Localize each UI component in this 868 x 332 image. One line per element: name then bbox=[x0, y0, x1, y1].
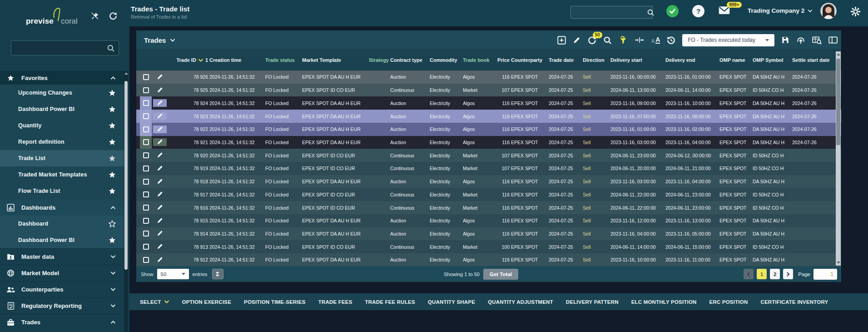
table-row[interactable]: 78 9242024-11-26, 14:51:32FO LockedEPEX … bbox=[136, 96, 841, 110]
sum-button[interactable]: Σ bbox=[212, 269, 223, 279]
star-icon[interactable] bbox=[109, 171, 116, 178]
font-size-icon[interactable]: A A bbox=[651, 36, 660, 44]
tab-select[interactable]: SELECT bbox=[140, 299, 169, 305]
cloud-upload-icon[interactable] bbox=[796, 36, 805, 44]
table-row[interactable]: 78 9162024-11-26, 14:51:32FO LockedEPEX … bbox=[136, 201, 841, 214]
sidebar-search[interactable] bbox=[11, 40, 119, 55]
settings-gear-icon[interactable] bbox=[850, 6, 861, 17]
star-icon[interactable] bbox=[109, 236, 116, 244]
column-header-strategy[interactable]: Strategy bbox=[365, 57, 389, 63]
edit-pencil-icon[interactable] bbox=[157, 151, 164, 159]
scrollbar-thumb[interactable] bbox=[124, 81, 128, 270]
table-row[interactable]: 78 9232024-11-26, 14:51:32FO LockedEPEX … bbox=[136, 110, 841, 123]
tab-elc-monthly-position[interactable]: ELC MONTHLY POSITION bbox=[631, 299, 697, 305]
column-header-de[interactable]: Delivery end bbox=[665, 57, 718, 63]
next-page-button[interactable] bbox=[783, 269, 793, 279]
search-icon[interactable] bbox=[603, 36, 612, 45]
collapse-columns-icon[interactable] bbox=[635, 36, 645, 44]
tab-trade-fees[interactable]: TRADE FEES bbox=[318, 299, 352, 305]
star-icon[interactable] bbox=[109, 155, 116, 162]
column-header-dir[interactable]: Direction bbox=[583, 57, 609, 63]
page-button-1[interactable]: 1 bbox=[757, 269, 767, 279]
edit-pencil-icon[interactable] bbox=[157, 99, 164, 107]
sidebar-search-input[interactable] bbox=[11, 45, 107, 51]
sidebar-item-upcoming-changes[interactable]: Upcoming Changes bbox=[0, 85, 124, 101]
row-checkbox[interactable] bbox=[143, 205, 149, 211]
table-row[interactable]: 78 9182024-11-26, 14:51:32FO LockedEPEX … bbox=[136, 175, 841, 188]
search-icon[interactable] bbox=[107, 44, 115, 52]
edit-pencil-icon[interactable] bbox=[157, 204, 164, 211]
sidebar-section-favorites[interactable]: Favorites bbox=[0, 71, 124, 85]
table-row[interactable]: 78 9142024-11-26, 14:51:32FO LockedEPEX … bbox=[136, 227, 841, 241]
row-checkbox[interactable] bbox=[143, 152, 149, 158]
sidebar-item-flow-trade-list[interactable]: Flow Trade List bbox=[0, 183, 124, 199]
scrollbar-thumb[interactable] bbox=[836, 59, 840, 145]
edit-pencil-icon[interactable] bbox=[157, 126, 164, 133]
star-outline-icon[interactable] bbox=[109, 220, 116, 227]
chevron-down-icon[interactable] bbox=[110, 287, 116, 292]
sidebar-item-report-definition[interactable]: Report definition bbox=[0, 134, 124, 150]
sidebar-group-regulatory-reporting[interactable]: Regulatory Reporting bbox=[0, 297, 124, 314]
add-row-icon[interactable] bbox=[557, 36, 566, 45]
edit-pencil-icon[interactable] bbox=[157, 138, 164, 146]
sidebar-group-counterparties[interactable]: Counterparties bbox=[0, 281, 124, 297]
view-filter-dropdown[interactable]: FO - Trades executed today bbox=[682, 34, 774, 46]
table-row[interactable]: 78 9172024-11-26, 14:51:32FO LockedEPEX … bbox=[136, 188, 841, 201]
chevron-up-icon[interactable] bbox=[110, 206, 116, 210]
column-header-ds[interactable]: Delivery start bbox=[610, 57, 664, 63]
global-search-input[interactable] bbox=[571, 9, 647, 15]
row-checkbox[interactable] bbox=[143, 87, 149, 93]
column-header-id[interactable]: Trade ID 1 bbox=[168, 57, 208, 63]
table-row[interactable]: 78 9222024-11-26, 14:51:32FO LockedEPEX … bbox=[136, 123, 841, 136]
column-header-status[interactable]: Trade status bbox=[265, 57, 301, 63]
chevron-down-icon[interactable] bbox=[110, 255, 116, 259]
company-switcher[interactable]: Trading Company 2 bbox=[748, 7, 813, 14]
table-row[interactable]: 78 9252024-11-26, 14:51:32FO LockedEPEX … bbox=[136, 84, 841, 97]
edit-pencil-icon[interactable] bbox=[157, 178, 164, 186]
mail-icon[interactable] bbox=[719, 8, 730, 16]
tab-trade-fee-rules[interactable]: TRADE FEE RULES bbox=[365, 299, 415, 305]
column-header-ct[interactable]: Contract type bbox=[390, 57, 428, 63]
chevron-down-icon[interactable] bbox=[110, 271, 116, 275]
tab-erc-position[interactable]: ERC POSITION bbox=[709, 299, 748, 305]
filter-refresh-icon[interactable] bbox=[619, 36, 628, 45]
column-header-cpty[interactable]: Counterparty bbox=[511, 57, 547, 63]
row-checkbox[interactable] bbox=[143, 218, 149, 224]
edit-pencil-icon[interactable] bbox=[157, 112, 164, 120]
star-icon[interactable] bbox=[109, 138, 116, 146]
notifications[interactable]: 999+ bbox=[719, 6, 730, 16]
sidebar-group-master-data[interactable]: Master data bbox=[0, 248, 124, 265]
unpin-icon[interactable] bbox=[91, 12, 99, 22]
tab-certificate-inventory[interactable]: CERTIFICATE INVENTORY bbox=[760, 299, 828, 305]
sidebar-section-dashboards[interactable]: Dashboards bbox=[0, 199, 124, 216]
table-search-icon[interactable] bbox=[812, 36, 822, 44]
column-header-tpl[interactable]: Market Template bbox=[302, 57, 364, 63]
tab-option-exercise[interactable]: OPTION EXERCISE bbox=[182, 299, 231, 305]
page-number-input[interactable] bbox=[813, 269, 837, 280]
scroll-up-arrow[interactable] bbox=[837, 53, 840, 55]
table-row[interactable]: 78 9122024-11-26, 14:51:32FO LockedEPEX … bbox=[136, 253, 841, 266]
edit-pencil-icon[interactable] bbox=[157, 191, 164, 198]
table-row[interactable]: 78 9152024-11-26, 14:51:32FO LockedEPEX … bbox=[136, 214, 841, 227]
help-icon[interactable]: ? bbox=[692, 5, 704, 17]
table-scrollbar[interactable] bbox=[836, 51, 841, 266]
refresh-icon[interactable]: 50 bbox=[588, 36, 596, 45]
sidebar-group-market-model[interactable]: Market Model bbox=[0, 265, 124, 281]
row-checkbox[interactable] bbox=[143, 139, 149, 145]
column-header-omp[interactable]: OMP name bbox=[719, 57, 751, 63]
row-checkbox[interactable] bbox=[143, 166, 149, 171]
column-header-price[interactable]: Price bbox=[491, 57, 510, 63]
tab-delivery-pattern[interactable]: DELIVERY PATTERN bbox=[566, 299, 619, 305]
refresh-icon[interactable] bbox=[109, 12, 117, 22]
get-total-button[interactable]: Get Total bbox=[483, 269, 518, 280]
layout-icon[interactable] bbox=[828, 36, 838, 44]
edit-pencil-icon[interactable] bbox=[157, 230, 164, 237]
row-checkbox[interactable] bbox=[143, 244, 149, 250]
row-checkbox[interactable] bbox=[143, 126, 149, 132]
row-checkbox[interactable] bbox=[143, 100, 149, 106]
star-icon[interactable] bbox=[109, 187, 116, 195]
row-checkbox[interactable] bbox=[143, 191, 149, 197]
chevron-up-icon[interactable] bbox=[110, 320, 116, 324]
tab-quantity-adjustment[interactable]: QUANTITY ADJUSTMENT bbox=[488, 299, 553, 305]
column-header-creation[interactable]: Creation time bbox=[209, 57, 264, 63]
